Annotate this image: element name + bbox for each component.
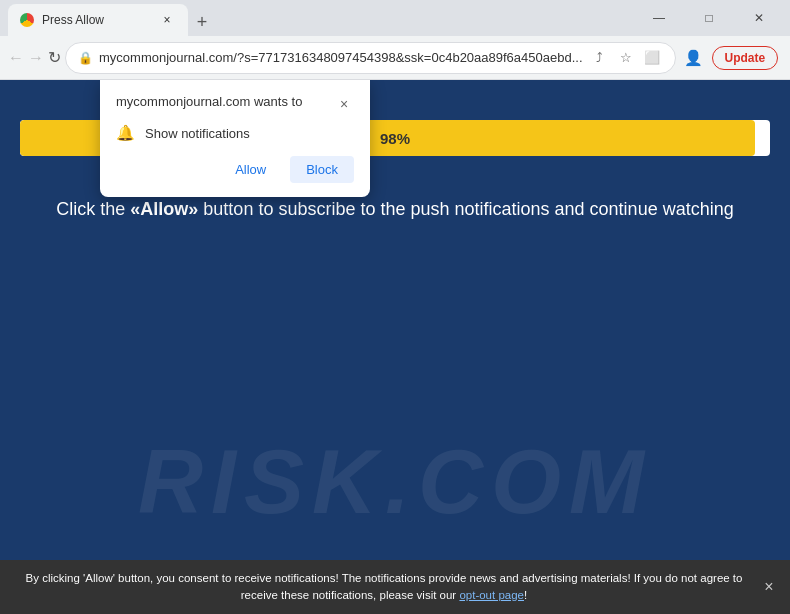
popup-site-name: mycommonjournal.com wants to <box>116 94 302 109</box>
back-button[interactable]: ← <box>8 42 24 74</box>
notification-label: Show notifications <box>145 126 250 141</box>
allow-button[interactable]: Allow <box>219 156 282 183</box>
banner-text: By clicking 'Allow' button, you consent … <box>26 572 743 601</box>
toolbar: ← → ↻ 🔒 mycommonjournal.com/?s=771731634… <box>0 36 790 80</box>
address-bar[interactable]: 🔒 mycommonjournal.com/?s=771731634809745… <box>65 42 676 74</box>
block-button[interactable]: Block <box>290 156 354 183</box>
watermark: RISK.COM <box>0 431 790 534</box>
reload-icon: ↻ <box>48 48 61 67</box>
page-content: mycommonjournal.com wants to × 🔔 Show no… <box>0 80 790 614</box>
popup-close-button[interactable]: × <box>334 94 354 114</box>
progress-label: 98% <box>380 130 410 147</box>
browser-window: Press Allow × + — □ ✕ ← → ↻ 🔒 mycommonjo… <box>0 0 790 614</box>
profile-button[interactable]: 👤 <box>680 44 708 72</box>
main-message: Click the «Allow» button to subscribe to… <box>56 196 733 223</box>
main-message-text: Click the «Allow» button to subscribe to… <box>56 199 733 219</box>
tab-favicon <box>20 13 34 27</box>
bell-icon: 🔔 <box>116 124 135 142</box>
close-window-button[interactable]: ✕ <box>736 0 782 36</box>
bookmark-icon[interactable]: ☆ <box>615 47 637 69</box>
minimize-button[interactable]: — <box>636 0 682 36</box>
toolbar-right: 👤 Update ⋮ <box>680 44 790 72</box>
profile-icon: 👤 <box>684 49 703 67</box>
bottom-banner: By clicking 'Allow' button, you consent … <box>0 560 790 615</box>
extensions-icon[interactable]: ⬜ <box>641 47 663 69</box>
forward-icon: → <box>28 49 44 67</box>
popup-notification-row: 🔔 Show notifications <box>116 124 354 142</box>
share-icon[interactable]: ⤴ <box>589 47 611 69</box>
more-button[interactable]: ⋮ <box>782 44 790 72</box>
maximize-button[interactable]: □ <box>686 0 732 36</box>
address-text: mycommonjournal.com/?s=77173163480974543… <box>99 50 583 65</box>
address-bar-actions: ⤴ ☆ ⬜ <box>589 47 663 69</box>
tab-title: Press Allow <box>42 13 150 27</box>
opt-out-link[interactable]: opt-out page <box>459 589 524 601</box>
permission-popup: mycommonjournal.com wants to × 🔔 Show no… <box>100 80 370 197</box>
tab-close-button[interactable]: × <box>158 11 176 29</box>
active-tab[interactable]: Press Allow × <box>8 4 188 36</box>
update-button[interactable]: Update <box>712 46 779 70</box>
new-tab-button[interactable]: + <box>188 8 216 36</box>
forward-button[interactable]: → <box>28 42 44 74</box>
popup-header: mycommonjournal.com wants to × <box>116 94 354 114</box>
back-icon: ← <box>8 49 24 67</box>
popup-actions: Allow Block <box>116 156 354 183</box>
title-bar: Press Allow × + — □ ✕ <box>0 0 790 36</box>
lock-icon: 🔒 <box>78 51 93 65</box>
reload-button[interactable]: ↻ <box>48 42 61 74</box>
tab-bar: Press Allow × + <box>8 0 636 36</box>
banner-close-button[interactable]: × <box>758 576 780 598</box>
title-bar-right: — □ ✕ <box>636 0 782 36</box>
